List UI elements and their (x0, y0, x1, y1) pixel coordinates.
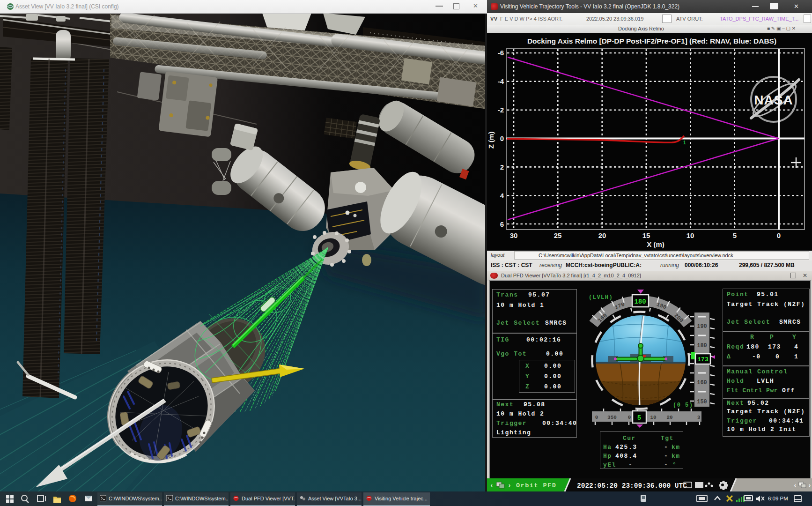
svg-text:›: › (808, 482, 812, 489)
svg-text:2022:05:20 23:09:36.000 UTC: 2022:05:20 23:09:36.000 UTC (577, 482, 687, 490)
svg-text:-2: -2 (498, 106, 504, 114)
svg-text:Z (m): Z (m) (487, 132, 495, 149)
svg-text:6: 6 (500, 220, 504, 228)
svg-text:25: 25 (554, 231, 562, 239)
svg-text:173: 173 (697, 356, 709, 363)
svg-text:0: 0 (628, 415, 631, 420)
svg-text:160: 160 (697, 380, 707, 386)
svg-text:›: › (508, 482, 511, 489)
svg-text:20: 20 (598, 231, 606, 239)
svg-text:‹: ‹ (490, 482, 494, 489)
svg-text:150: 150 (697, 399, 707, 405)
svg-text:NASA: NASA (754, 93, 793, 107)
svg-text:350: 350 (607, 415, 617, 420)
svg-text:‹: ‹ (793, 482, 797, 489)
svg-text:6:09 PM: 6:09 PM (768, 496, 788, 501)
svg-text:0: 0 (595, 415, 598, 420)
svg-text:-4: -4 (498, 77, 504, 85)
svg-text:1: 1 (683, 140, 686, 145)
svg-text:5: 5 (637, 414, 641, 422)
svg-text:X (m): X (m) (647, 240, 664, 248)
svg-text:10: 10 (650, 415, 656, 420)
svg-text:-6: -6 (498, 49, 504, 57)
svg-text:15: 15 (642, 231, 650, 239)
svg-text:180: 180 (697, 342, 707, 349)
svg-text:0: 0 (777, 231, 781, 239)
svg-text:10: 10 (687, 231, 694, 239)
svg-text:20: 20 (666, 415, 672, 420)
svg-text:4: 4 (500, 192, 504, 200)
svg-text:2: 2 (500, 163, 504, 171)
svg-text:(LVLH): (LVLH) (589, 294, 613, 301)
svg-text:Docking Axis Relmo [DP-DP Post: Docking Axis Relmo [DP-DP Post-IF2/Pre-O… (527, 37, 776, 45)
svg-text:0: 0 (500, 134, 504, 142)
svg-text:Orbit PFD: Orbit PFD (516, 482, 556, 489)
svg-text:190: 190 (697, 323, 707, 330)
svg-text:5: 5 (733, 231, 737, 239)
svg-text:30: 30 (510, 231, 518, 239)
svg-text:(0 5): (0 5) (673, 402, 694, 409)
svg-text:180: 180 (634, 298, 646, 305)
svg-text:3: 3 (697, 415, 701, 420)
